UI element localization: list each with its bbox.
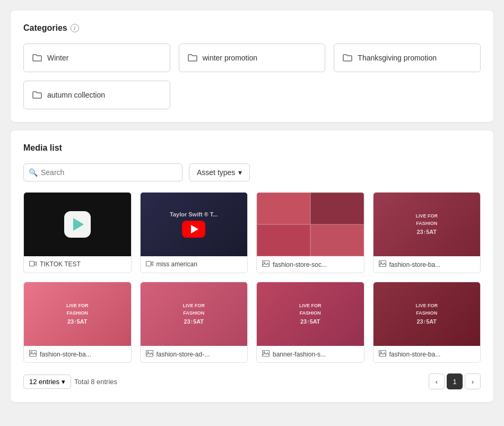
chevron-down-icon: ▾ xyxy=(62,378,65,386)
search-input[interactable] xyxy=(23,163,183,181)
play-triangle xyxy=(73,218,84,231)
entries-label: 12 entries xyxy=(29,378,59,386)
category-label-winter: Winter xyxy=(47,54,68,62)
media-item-banner-fashion[interactable]: LIVE FORFASHION23↑5AT banner-fashion-s..… xyxy=(256,282,364,363)
image-icon xyxy=(262,260,270,268)
fashion-cell xyxy=(310,224,364,256)
prev-page-button[interactable]: ‹ xyxy=(429,373,445,389)
media-name-fashion-ba1: fashion-store-ba... xyxy=(389,261,441,268)
fashion-grid-overlay xyxy=(257,193,364,256)
media-label-fashion-ba1: fashion-store-ba... xyxy=(373,256,481,273)
next-page-button[interactable]: › xyxy=(465,373,481,389)
media-name-fashion-ba2: fashion-store-ba... xyxy=(40,351,91,358)
image-icon xyxy=(379,260,386,268)
folder-icon xyxy=(32,54,42,62)
fashion-cell xyxy=(257,193,310,224)
youtube-bg: Taylor Swift ® T... xyxy=(141,193,248,256)
image-icon xyxy=(262,350,270,358)
play-white-triangle xyxy=(191,225,198,233)
media-label-banner-fashion: banner-fashion-s... xyxy=(257,346,364,362)
media-name-tiktok: TIKTOK TEST xyxy=(40,260,81,268)
media-name-miss-american: miss american xyxy=(157,260,197,268)
video-icon xyxy=(146,260,153,268)
media-thumb-fashion-soc xyxy=(257,193,364,256)
fashion-banner-overlay2: LIVE FORFASHION23↑5AT xyxy=(66,302,89,326)
categories-section: Categories i Winter winter promotion xyxy=(11,11,493,122)
category-label-autumn: autumn collection xyxy=(47,91,105,99)
media-thumb-tiktok xyxy=(24,193,131,256)
search-icon: 🔍 xyxy=(29,168,38,177)
image-icon xyxy=(379,350,386,358)
media-item-miss-american[interactable]: Taylor Swift ® T... miss american xyxy=(140,192,248,273)
total-entries-label: Total 8 entries xyxy=(74,378,117,386)
chevron-down-icon: ▾ xyxy=(238,168,242,177)
media-item-fashion-soc[interactable]: fashion-store-soc... xyxy=(256,192,364,273)
media-label-fashion-ba3: fashion-store-ba... xyxy=(373,346,481,362)
fashion-cell xyxy=(310,193,364,224)
entries-selector: 12 entries ▾ Total 8 entries xyxy=(23,375,117,389)
media-grid: TIKTOK TEST Taylor Swift ® T... miss ame… xyxy=(23,192,481,363)
youtube-play-button xyxy=(182,221,205,238)
categories-header: Categories i xyxy=(23,23,481,33)
media-thumb-banner-fashion: LIVE FORFASHION23↑5AT xyxy=(257,282,364,346)
media-thumb-fashion-ba2: LIVE FORFASHION23↑5AT xyxy=(24,282,131,346)
chevron-left-icon: ‹ xyxy=(436,378,438,386)
media-item-tiktok[interactable]: TIKTOK TEST xyxy=(23,192,132,273)
categories-title: Categories xyxy=(23,23,67,33)
media-name-fashion-ad: fashion-store-ad-... xyxy=(157,351,210,358)
category-label-thanksgiving: Thanksgiving promotion xyxy=(358,54,437,62)
fashion-banner-overlay: LIVE FORFASHION23↑5AT xyxy=(415,212,438,237)
media-item-fashion-ba3[interactable]: LIVE FORFASHION23↑5AT fashion-store-ba..… xyxy=(373,282,481,363)
svg-rect-0 xyxy=(30,262,34,266)
folder-icon xyxy=(188,54,197,62)
category-item-autumn[interactable]: autumn collection xyxy=(23,81,170,109)
media-label-fashion-ba2: fashion-store-ba... xyxy=(24,346,131,362)
fashion-cell xyxy=(257,224,310,256)
image-icon xyxy=(146,350,153,358)
category-item-winter[interactable]: Winter xyxy=(23,44,170,72)
search-wrapper: 🔍 xyxy=(23,163,183,181)
folder-icon xyxy=(32,91,42,99)
image-icon xyxy=(29,350,37,358)
asset-types-button[interactable]: Asset types ▾ xyxy=(189,163,250,181)
video-icon xyxy=(29,260,37,268)
page-1-button[interactable]: 1 xyxy=(447,373,463,389)
youtube-title-text: Taylor Swift ® T... xyxy=(170,211,218,218)
fashion-banner-overlay3: LIVE FORFASHION23↑5AT xyxy=(183,302,205,326)
categories-grid: Winter winter promotion Thanksgiving pro… xyxy=(23,44,481,109)
folder-icon xyxy=(343,54,352,62)
category-item-thanksgiving[interactable]: Thanksgiving promotion xyxy=(334,44,481,72)
entries-per-page-button[interactable]: 12 entries ▾ xyxy=(23,375,71,389)
media-thumb-fashion-ad: LIVE FORFASHION23↑5AT xyxy=(141,282,248,346)
media-thumb-fashion-ba3: LIVE FORFASHION23↑5AT xyxy=(373,282,481,346)
page-navigation: ‹ 1 › xyxy=(429,373,481,389)
category-item-winter-promotion[interactable]: winter promotion xyxy=(179,44,326,72)
media-label-fashion-soc: fashion-store-soc... xyxy=(257,256,364,273)
media-name-banner-fashion: banner-fashion-s... xyxy=(273,351,326,358)
fashion-banner-overlay4: LIVE FORFASHION23↑5AT xyxy=(299,302,321,326)
media-name-fashion-ba3: fashion-store-ba... xyxy=(389,351,441,358)
media-toolbar: 🔍 Asset types ▾ xyxy=(23,163,481,181)
media-list-title: Media list xyxy=(23,143,481,153)
media-label-tiktok: TIKTOK TEST xyxy=(24,256,131,272)
media-item-fashion-ad[interactable]: LIVE FORFASHION23↑5AT fashion-store-ad-.… xyxy=(140,282,248,363)
fashion-banner-overlay5: LIVE FORFASHION23↑5AT xyxy=(415,302,438,326)
media-list-section: Media list 🔍 Asset types ▾ TIKTOK TEST xyxy=(11,131,493,402)
media-label-fashion-ad: fashion-store-ad-... xyxy=(141,346,248,362)
categories-info-icon[interactable]: i xyxy=(71,24,79,32)
play-icon xyxy=(64,211,91,238)
media-item-fashion-ba2[interactable]: LIVE FORFASHION23↑5AT fashion-store-ba..… xyxy=(23,282,132,363)
media-item-fashion-ba1[interactable]: LIVE FORFASHION23↑5AT fashion-store-ba..… xyxy=(373,192,481,273)
pagination-bar: 12 entries ▾ Total 8 entries ‹ 1 › xyxy=(23,373,481,389)
page-number: 1 xyxy=(453,378,456,386)
asset-types-label: Asset types xyxy=(197,168,235,177)
category-label-winter-promotion: winter promotion xyxy=(203,54,258,62)
media-thumb-fashion-ba1: LIVE FORFASHION23↑5AT xyxy=(373,193,481,256)
chevron-right-icon: › xyxy=(472,378,474,386)
media-name-fashion-soc: fashion-store-soc... xyxy=(273,261,327,268)
media-thumb-youtube: Taylor Swift ® T... xyxy=(141,193,248,256)
svg-rect-1 xyxy=(146,262,151,266)
media-label-miss-american: miss american xyxy=(141,256,248,272)
